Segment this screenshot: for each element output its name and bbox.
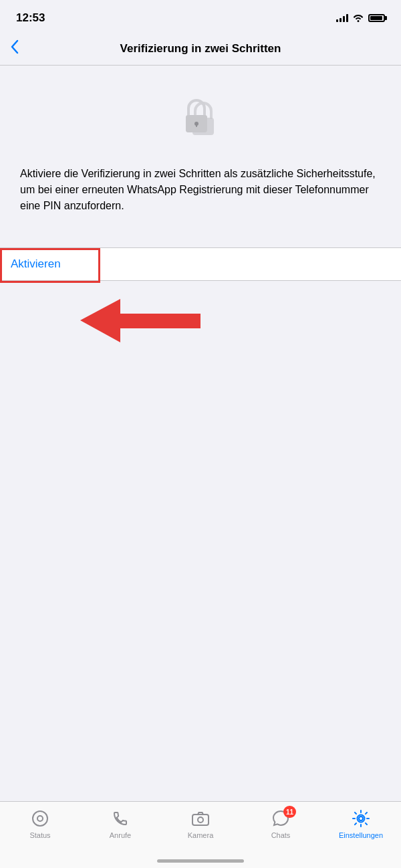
description-text: Aktiviere die Verifizierung in zwei Schr… <box>13 166 388 214</box>
home-indicator <box>157 859 244 863</box>
tab-kamera-label: Kamera <box>188 831 214 839</box>
battery-icon <box>368 14 385 22</box>
svg-rect-8 <box>192 815 209 825</box>
wifi-icon <box>352 13 364 24</box>
chat-icon: 11 <box>271 808 291 829</box>
tab-status-label: Status <box>29 831 50 839</box>
tab-status[interactable]: Status <box>0 808 80 839</box>
signal-icon <box>336 14 348 22</box>
back-button[interactable] <box>11 39 19 58</box>
tab-kamera[interactable]: Kamera <box>160 808 241 839</box>
red-arrow-icon <box>80 299 200 342</box>
lock-icon <box>174 92 227 146</box>
svg-point-7 <box>37 816 43 821</box>
status-icons <box>336 13 385 24</box>
tab-einstellungen[interactable]: Einstellungen <box>321 808 401 839</box>
settings-icon <box>351 808 371 829</box>
tab-chats-label: Chats <box>271 831 291 839</box>
aktivieren-label[interactable]: Aktivieren <box>11 257 61 271</box>
tab-bar: Status Anrufe Kamera 11 Chats <box>0 801 401 868</box>
aktivieren-row[interactable]: Aktivieren <box>0 248 401 280</box>
svg-point-10 <box>359 817 363 821</box>
tab-einstellungen-label: Einstellungen <box>339 831 383 839</box>
arrow-annotation <box>80 299 200 345</box>
status-bar: 12:53 <box>0 0 401 32</box>
svg-marker-5 <box>80 299 200 342</box>
status-icon <box>30 808 50 829</box>
status-time: 12:53 <box>16 11 45 25</box>
nav-bar: Verifizierung in zwei Schritten <box>0 32 401 66</box>
tab-anrufe-label: Anrufe <box>110 831 131 839</box>
svg-point-6 <box>33 811 47 826</box>
phone-icon <box>110 808 130 829</box>
svg-rect-4 <box>196 124 197 127</box>
camera-icon <box>190 808 211 829</box>
chats-badge: 11 <box>283 806 296 818</box>
tab-anrufe[interactable]: Anrufe <box>80 808 160 839</box>
content-area: Aktiviere die Verifizierung in zwei Schr… <box>0 66 401 247</box>
tab-chats[interactable]: 11 Chats <box>241 808 321 839</box>
svg-point-9 <box>198 817 203 823</box>
lock-icon-area <box>13 92 388 146</box>
action-section: Aktivieren <box>0 247 401 281</box>
page-title: Verifizierung in zwei Schritten <box>120 42 281 56</box>
